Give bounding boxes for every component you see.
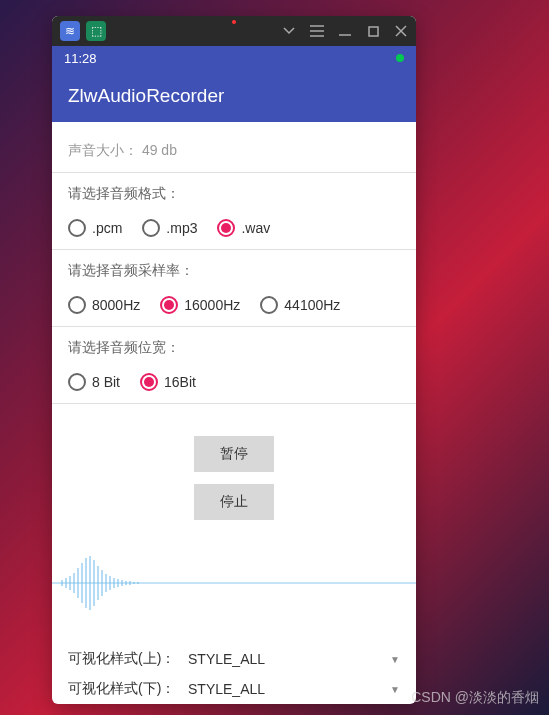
radio-icon xyxy=(142,219,160,237)
samplerate-radio-label: 16000Hz xyxy=(184,297,240,313)
radio-icon xyxy=(68,219,86,237)
spinner-section: 可视化样式(上)： STYLE_ALL ▼ 可视化样式(下)： STYLE_AL… xyxy=(52,644,416,704)
samplerate-radio-group: 8000Hz16000Hz44100Hz xyxy=(52,288,416,322)
app-icon-1[interactable]: ≋ xyxy=(60,21,80,41)
samplerate-radio-1[interactable]: 16000Hz xyxy=(160,296,240,314)
app-toolbar: ZlwAudioRecorder xyxy=(52,70,416,122)
format-radio-label: .wav xyxy=(241,220,270,236)
format-label-row: 请选择音频格式： xyxy=(52,177,416,211)
button-group: 暂停 停止 xyxy=(52,408,416,536)
bitwidth-radio-group: 8 Bit16Bit xyxy=(52,365,416,399)
format-radio-group: .pcm.mp3.wav xyxy=(52,211,416,245)
divider xyxy=(52,249,416,250)
divider xyxy=(52,403,416,404)
format-radio-2[interactable]: .wav xyxy=(217,219,270,237)
window-titlebar: ≋ ⬚ xyxy=(52,16,416,46)
bitwidth-radio-1[interactable]: 16Bit xyxy=(140,373,196,391)
volume-row: 声音大小： 49 db xyxy=(52,134,416,168)
samplerate-radio-2[interactable]: 44100Hz xyxy=(260,296,340,314)
volume-label: 声音大小： xyxy=(68,142,138,158)
status-indicator xyxy=(396,54,404,62)
radio-icon xyxy=(68,373,86,391)
bitwidth-label-row: 请选择音频位宽： xyxy=(52,331,416,365)
samplerate-radio-label: 8000Hz xyxy=(92,297,140,313)
watermark: CSDN @淡淡的香烟 xyxy=(411,689,539,707)
titlebar-controls xyxy=(282,24,408,38)
spinner-top-label: 可视化样式(上)： xyxy=(68,650,188,668)
svg-rect-4 xyxy=(369,27,378,36)
format-radio-0[interactable]: .pcm xyxy=(68,219,122,237)
spinner-bottom-value: STYLE_ALL xyxy=(188,681,390,697)
dropdown-arrow-icon: ▼ xyxy=(390,654,400,665)
menu-icon[interactable] xyxy=(310,24,324,38)
radio-icon xyxy=(160,296,178,314)
divider xyxy=(52,172,416,173)
volume-value: 49 db xyxy=(142,142,177,158)
bitwidth-radio-label: 16Bit xyxy=(164,374,196,390)
format-label: 请选择音频格式： xyxy=(68,185,180,201)
close-icon[interactable] xyxy=(394,24,408,38)
minimize-icon[interactable] xyxy=(338,24,352,38)
format-radio-label: .pcm xyxy=(92,220,122,236)
app-window: ≋ ⬚ 11:28 ZlwAudioRecorder 声音大小： 49 db 请… xyxy=(52,16,416,704)
spinner-top-value: STYLE_ALL xyxy=(188,651,390,667)
app-icon-2[interactable]: ⬚ xyxy=(86,21,106,41)
samplerate-radio-label: 44100Hz xyxy=(284,297,340,313)
bitwidth-radio-label: 8 Bit xyxy=(92,374,120,390)
status-time: 11:28 xyxy=(64,51,97,66)
titlebar-left: ≋ ⬚ xyxy=(60,21,106,41)
samplerate-label: 请选择音频采样率： xyxy=(68,262,194,278)
bitwidth-radio-0[interactable]: 8 Bit xyxy=(68,373,120,391)
app-title: ZlwAudioRecorder xyxy=(68,85,224,107)
spinner-bottom-label: 可视化样式(下)： xyxy=(68,680,188,698)
dropdown-arrow-icon: ▼ xyxy=(390,684,400,695)
format-radio-label: .mp3 xyxy=(166,220,197,236)
radio-icon xyxy=(140,373,158,391)
waveform-visualization xyxy=(52,548,416,618)
stop-button[interactable]: 停止 xyxy=(194,484,274,520)
radio-icon xyxy=(68,296,86,314)
spinner-bottom[interactable]: 可视化样式(下)： STYLE_ALL ▼ xyxy=(68,674,400,704)
main-content: 声音大小： 49 db 请选择音频格式： .pcm.mp3.wav 请选择音频采… xyxy=(52,122,416,704)
radio-icon xyxy=(260,296,278,314)
samplerate-radio-0[interactable]: 8000Hz xyxy=(68,296,140,314)
recording-indicator xyxy=(232,20,236,24)
divider xyxy=(52,326,416,327)
pause-button[interactable]: 暂停 xyxy=(194,436,274,472)
maximize-icon[interactable] xyxy=(366,24,380,38)
radio-icon xyxy=(217,219,235,237)
spinner-top[interactable]: 可视化样式(上)： STYLE_ALL ▼ xyxy=(68,644,400,674)
format-radio-1[interactable]: .mp3 xyxy=(142,219,197,237)
dropdown-icon[interactable] xyxy=(282,24,296,38)
bitwidth-label: 请选择音频位宽： xyxy=(68,339,180,355)
samplerate-label-row: 请选择音频采样率： xyxy=(52,254,416,288)
android-statusbar: 11:28 xyxy=(52,46,416,70)
